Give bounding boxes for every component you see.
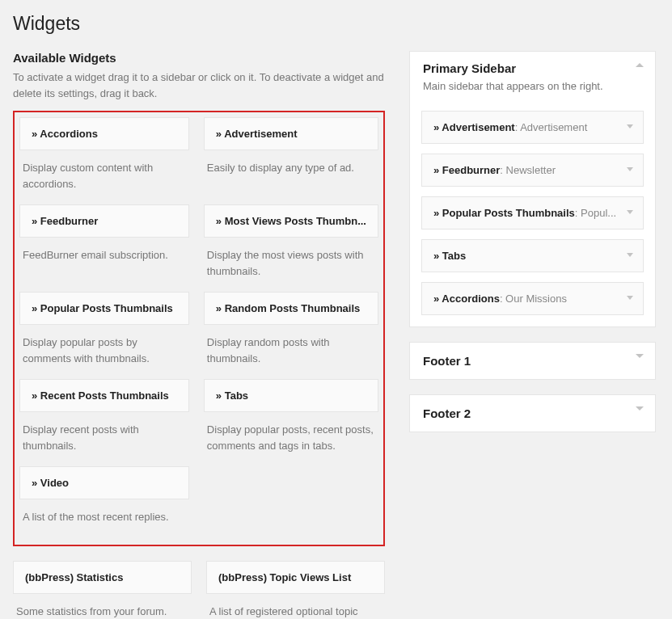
highlighted-widgets-box: » Accordions Display custom content with… <box>13 111 385 546</box>
content-columns: Available Widgets To activate a widget d… <box>13 51 659 619</box>
widget-desc: Display recent posts with thumbnails. <box>19 412 189 466</box>
placed-widget-suffix: : Our Missions <box>500 293 567 305</box>
widget-handle-popular-posts-thumbnails[interactable]: » Popular Posts Thumbnails <box>19 292 189 325</box>
chevron-down-icon <box>627 210 633 214</box>
chevron-down-icon <box>627 167 633 171</box>
chevron-down-icon <box>627 124 633 128</box>
placed-widget-name: » Feedburner <box>433 164 500 176</box>
area-title: Footer 1 <box>423 354 642 368</box>
area-footer-1: Footer 1 <box>409 342 656 380</box>
chevron-down-icon <box>636 354 644 358</box>
area-body-primary-sidebar: » Advertisement: Advertisement » Feedbur… <box>410 103 655 326</box>
widget-desc: Display random posts with thumbnails. <box>204 325 378 379</box>
area-title: Footer 2 <box>423 406 642 420</box>
placed-widget-name: » Advertisement <box>433 121 515 133</box>
area-header-footer-2[interactable]: Footer 2 <box>410 395 655 432</box>
placed-widget-popular-posts-thumbnails[interactable]: » Popular Posts Thumbnails: Popul... <box>421 196 644 229</box>
widget-desc: Some statistics from your forum. <box>13 594 192 620</box>
area-header-primary-sidebar[interactable]: Primary Sidebar Main sidebar that appear… <box>410 52 655 103</box>
widget-desc: Display popular posts by comments with t… <box>19 325 189 379</box>
placed-widget-accordions[interactable]: » Accordions: Our Missions <box>421 282 644 315</box>
widget-recent-posts-thumbnails: » Recent Posts Thumbnails Display recent… <box>19 379 189 466</box>
placed-widget-name: » Tabs <box>433 250 466 262</box>
available-widgets-desc: To activate a widget drag it to a sideba… <box>13 69 385 101</box>
widget-video: » Video A list of the most recent replie… <box>19 466 189 538</box>
widget-handle-advertisement[interactable]: » Advertisement <box>204 117 378 150</box>
widget-tabs: » Tabs Display popular posts, recent pos… <box>204 379 378 466</box>
widget-random-posts-thumbnails: » Random Posts Thumbnails Display random… <box>204 292 378 379</box>
widget-desc: Display popular posts, recent posts, com… <box>204 412 378 466</box>
widget-advertisement: » Advertisement Easily to display any ty… <box>204 117 378 204</box>
area-header-footer-1[interactable]: Footer 1 <box>410 343 655 379</box>
widget-handle-tabs[interactable]: » Tabs <box>204 379 378 412</box>
widget-handle-video[interactable]: » Video <box>19 466 189 499</box>
widget-popular-posts-thumbnails: » Popular Posts Thumbnails Display popul… <box>19 292 189 379</box>
placed-widget-name: » Popular Posts Thumbnails <box>433 207 575 219</box>
chevron-up-icon <box>636 63 644 67</box>
other-widgets-grid: (bbPress) Statistics Some statistics fro… <box>13 561 385 620</box>
area-title: Primary Sidebar <box>423 61 642 75</box>
placed-widget-advertisement[interactable]: » Advertisement: Advertisement <box>421 111 644 144</box>
placed-widget-tabs[interactable]: » Tabs <box>421 239 644 272</box>
widget-desc: Easily to display any type of ad. <box>204 150 378 189</box>
chevron-down-icon <box>627 296 633 300</box>
available-widgets-column: Available Widgets To activate a widget d… <box>13 51 385 619</box>
widget-handle-recent-posts-thumbnails[interactable]: » Recent Posts Thumbnails <box>19 379 189 412</box>
placed-widget-suffix: : Advertisement <box>515 121 588 133</box>
widget-feedburner: » Feedburner FeedBurner email subscripti… <box>19 204 189 292</box>
chevron-down-icon <box>627 253 633 257</box>
chevron-down-icon <box>636 406 644 411</box>
placed-widget-suffix: : Newsletter <box>500 164 556 176</box>
placed-widget-feedburner[interactable]: » Feedburner: Newsletter <box>421 154 644 187</box>
widget-desc: A list of registered optional topic view… <box>206 594 385 620</box>
area-primary-sidebar: Primary Sidebar Main sidebar that appear… <box>409 51 656 327</box>
widget-desc: Display the most views posts with thumbn… <box>204 238 378 292</box>
placed-widget-name: » Accordions <box>433 293 500 305</box>
available-widgets-title: Available Widgets <box>13 51 385 65</box>
widget-desc: FeedBurner email subscription. <box>19 238 189 276</box>
widget-handle-bbpress-topic-views-list[interactable]: (bbPress) Topic Views List <box>206 561 385 594</box>
area-desc: Main sidebar that appears on the right. <box>423 78 642 95</box>
page-title: Widgets <box>13 13 659 35</box>
widget-accordions: » Accordions Display custom content with… <box>19 117 189 204</box>
highlighted-widgets-grid: » Accordions Display custom content with… <box>19 117 378 538</box>
widget-handle-random-posts-thumbnails[interactable]: » Random Posts Thumbnails <box>204 292 378 325</box>
widget-desc: A list of the most recent replies. <box>19 499 189 538</box>
widget-most-views-posts-thumbnails: » Most Views Posts Thumbn... Display the… <box>204 204 378 292</box>
widget-handle-feedburner[interactable]: » Feedburner <box>19 204 189 238</box>
widget-handle-accordions[interactable]: » Accordions <box>19 117 189 150</box>
widget-handle-most-views-posts-thumbnails[interactable]: » Most Views Posts Thumbn... <box>204 204 378 238</box>
widget-handle-bbpress-statistics[interactable]: (bbPress) Statistics <box>13 561 192 594</box>
widget-bbpress-topic-views-list: (bbPress) Topic Views List A list of reg… <box>206 561 385 620</box>
area-footer-2: Footer 2 <box>409 394 656 432</box>
sidebar-areas-column: Primary Sidebar Main sidebar that appear… <box>409 51 656 619</box>
widget-bbpress-statistics: (bbPress) Statistics Some statistics fro… <box>13 561 192 620</box>
placed-widget-suffix: : Popul... <box>575 207 616 219</box>
widget-desc: Display custom content with accordions. <box>19 150 189 204</box>
